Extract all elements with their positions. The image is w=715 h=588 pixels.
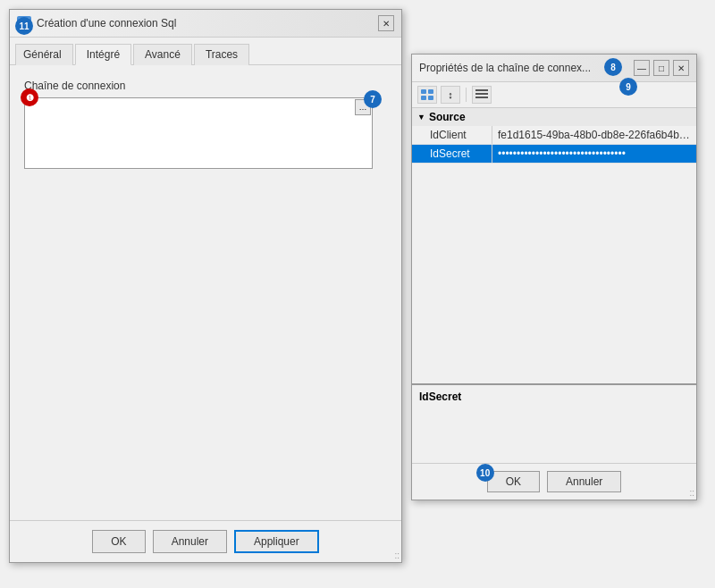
idclient-value: fe1d1615-49ba-48b0-db8e-226fa6b4bc... (492, 126, 696, 144)
connection-string-wrapper: 7 … (24, 97, 373, 172)
main-ok-button[interactable]: OK (92, 530, 145, 553)
main-cancel-button[interactable]: Annuler (153, 530, 227, 553)
props-cancel-button[interactable]: Annuler (547, 471, 621, 492)
tab-traces[interactable]: Traces (194, 44, 249, 65)
badge-7: 7 (364, 90, 382, 108)
props-grid: ▼ Source 8 IdClient fe1d1615-49ba-48b0-d… (412, 108, 696, 358)
group-label: Source (429, 111, 466, 123)
props-resize-grip[interactable]: :: (689, 488, 694, 498)
toolbar-alpha-btn[interactable]: ↕ (441, 86, 460, 104)
svg-rect-3 (421, 89, 426, 94)
toolbar-separator (466, 88, 467, 102)
props-description-title: IdSecret (419, 391, 689, 403)
main-dialog-title: Création d'une connexion Sql (37, 17, 176, 29)
svg-rect-8 (475, 93, 488, 95)
tab-avance[interactable]: Avancé (133, 44, 192, 65)
main-dialog-controls: ✕ (378, 15, 394, 31)
badge-10: 10 (476, 464, 494, 482)
svg-rect-7 (475, 89, 488, 91)
main-resize-grip[interactable]: :: (394, 550, 400, 560)
props-group-source[interactable]: ▼ Source (412, 108, 696, 126)
main-tab-bar: Général Intégré Avancé Traces (10, 38, 401, 65)
props-row-idsecret[interactable]: 9 IdSecret •••••••••••••••••••••••••••••… (412, 145, 696, 164)
props-toolbar: ↕ (412, 82, 696, 108)
tab-general[interactable]: Général (15, 44, 73, 65)
svg-rect-4 (428, 89, 433, 94)
props-controls: — □ ✕ (634, 60, 689, 76)
main-dialog-footer: OK Annuler Appliquer (10, 520, 401, 562)
connection-string-label: Chaîne de connexion (24, 80, 387, 92)
idsecret-value: •••••••••••••••••••••••••••••••••• (492, 145, 696, 163)
main-apply-button[interactable]: Appliquer (234, 530, 319, 553)
idsecret-name: IdSecret (412, 145, 492, 163)
props-close-btn[interactable]: ✕ (673, 60, 689, 76)
svg-rect-9 (475, 97, 488, 98)
main-dialog: 11 Création d'une connexion Sql ✕ Généra… (9, 9, 402, 563)
props-description: IdSecret (412, 383, 696, 455)
props-footer: 10 OK Annuler (412, 463, 696, 500)
props-minimize-btn[interactable]: — (634, 60, 650, 76)
badge-11: 11 (15, 17, 33, 35)
connection-string-input[interactable] (24, 97, 373, 169)
svg-rect-5 (421, 96, 426, 100)
props-maximize-btn[interactable]: □ (653, 60, 669, 76)
props-dialog: Propriétés de la chaîne de connex... — □… (411, 54, 697, 500)
titlebar-left: Création d'une connexion Sql (17, 16, 176, 30)
main-dialog-content: Chaîne de connexion ❶ 7 … (10, 65, 401, 186)
props-title: Propriétés de la chaîne de connex... (419, 62, 591, 74)
badge-1: ❶ (21, 88, 38, 106)
props-ok-button[interactable]: OK (487, 471, 540, 492)
tab-integre[interactable]: Intégré (75, 44, 131, 65)
toolbar-props-btn[interactable] (472, 86, 492, 104)
main-dialog-titlebar: Création d'une connexion Sql ✕ (10, 10, 401, 38)
svg-rect-6 (428, 96, 433, 100)
props-row-idclient[interactable]: 8 IdClient fe1d1615-49ba-48b0-db8e-226fa… (412, 126, 696, 145)
main-dialog-close-btn[interactable]: ✕ (378, 15, 394, 31)
idclient-name: IdClient (412, 126, 492, 144)
toolbar-categorized-btn[interactable] (417, 86, 437, 104)
group-expand-icon: ▼ (417, 113, 425, 122)
props-titlebar: Propriétés de la chaîne de connex... — □… (412, 55, 696, 82)
